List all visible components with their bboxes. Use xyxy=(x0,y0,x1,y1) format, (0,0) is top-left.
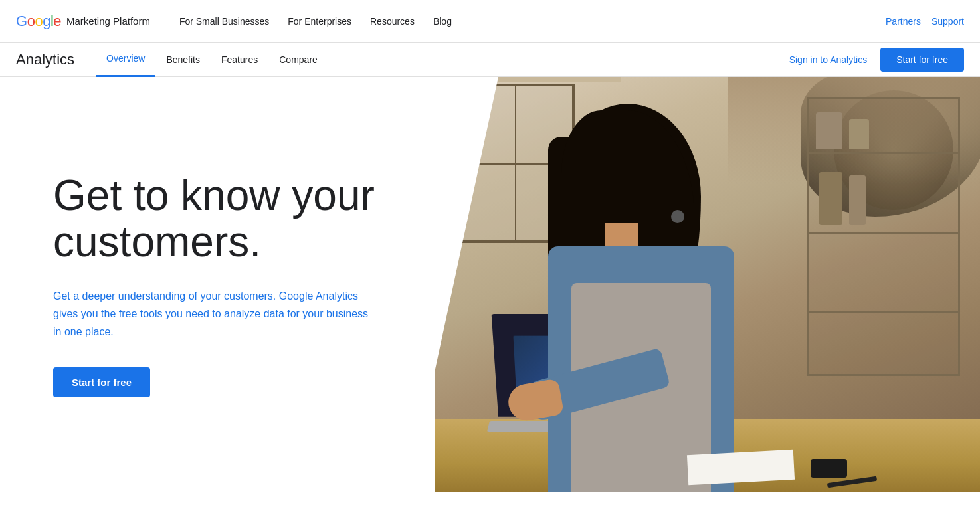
hero-headline: Get to know your customers. xyxy=(53,172,399,266)
partners-link[interactable]: Partners xyxy=(886,16,921,27)
secondary-nav-links: Overview Benefits Features Compare xyxy=(96,43,789,77)
nav-small-businesses[interactable]: For Small Businesses xyxy=(171,11,277,32)
google-logo: Google xyxy=(16,13,61,30)
hero-content: Get to know your customers. Get a deeper… xyxy=(0,77,452,492)
hero-cta-button[interactable]: Start for free xyxy=(53,367,150,397)
nav-enterprises[interactable]: For Enterprises xyxy=(280,11,359,32)
start-free-button[interactable]: Start for free xyxy=(880,48,964,72)
sign-in-link[interactable]: Sign in to Analytics xyxy=(789,54,868,65)
secondary-nav-right: Sign in to Analytics Start for free xyxy=(789,48,964,72)
secondary-nav: Analytics Overview Benefits Features Com… xyxy=(0,43,980,77)
tab-compare[interactable]: Compare xyxy=(268,43,328,77)
hero-photo xyxy=(435,77,980,492)
tab-features[interactable]: Features xyxy=(211,43,268,77)
logo-link[interactable]: Google Marketing Platform xyxy=(16,13,150,30)
platform-name: Marketing Platform xyxy=(66,15,150,27)
hero-subtext: Get a deeper understanding of your custo… xyxy=(53,287,372,341)
tab-benefits[interactable]: Benefits xyxy=(155,43,211,77)
nav-resources[interactable]: Resources xyxy=(362,11,423,32)
nav-blog[interactable]: Blog xyxy=(425,11,460,32)
top-nav: Google Marketing Platform For Small Busi… xyxy=(0,0,980,43)
support-link[interactable]: Support xyxy=(931,16,964,27)
top-nav-links: For Small Businesses For Enterprises Res… xyxy=(171,11,886,32)
tab-overview[interactable]: Overview xyxy=(96,43,155,77)
top-nav-right: Partners Support xyxy=(886,16,964,27)
analytics-brand: Analytics xyxy=(16,51,74,68)
hero-section: Get to know your customers. Get a deeper… xyxy=(0,77,980,492)
